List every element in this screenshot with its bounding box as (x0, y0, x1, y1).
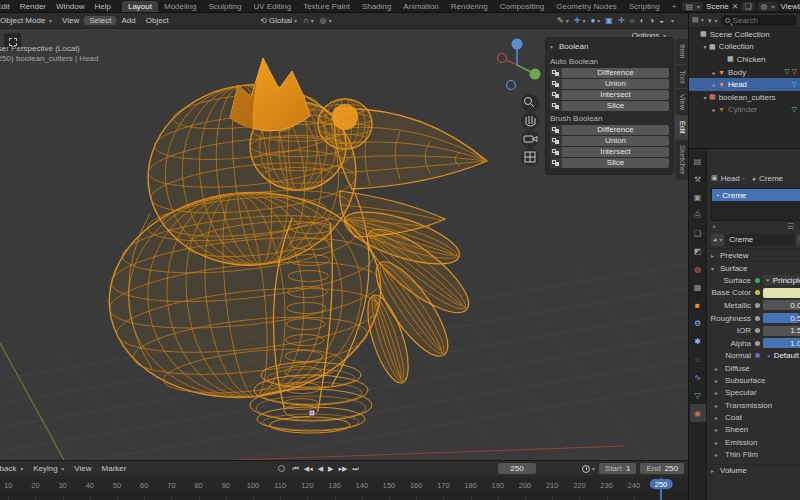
ruler-tick-130[interactable]: 130 (328, 481, 341, 490)
properties-tab-output[interactable]: ⎙ (690, 206, 706, 224)
ruler-tick-220[interactable]: 220 (573, 481, 586, 490)
breadcrumb-object[interactable]: Head (721, 174, 740, 183)
section-subsurface[interactable]: ▸Subsurface (707, 374, 800, 386)
brush-boolean-union-button[interactable]: Union (550, 136, 669, 146)
menu-select[interactable]: Select (84, 16, 116, 25)
play-reverse-button[interactable]: ◀ (316, 465, 324, 473)
breadcrumb-material[interactable]: Creme (759, 174, 783, 183)
workspace-tab-texture-paint[interactable]: Texture Paint (297, 1, 356, 12)
menu-edit[interactable]: Edit (0, 2, 15, 11)
scene-name[interactable]: Scene (706, 2, 729, 11)
auto-boolean-slice-button[interactable]: Slice (550, 101, 669, 111)
npanel-tab-tool[interactable]: Tool (675, 65, 688, 89)
menu-help[interactable]: Help (90, 2, 116, 11)
prev-keyframe-button[interactable]: ◀◂ (302, 465, 314, 473)
gizmo-minus-z-axis[interactable] (507, 81, 516, 90)
search-input[interactable]: Search (721, 15, 797, 26)
next-keyframe-button[interactable]: ▸▶ (337, 465, 349, 473)
chicken-wireframe-model[interactable] (99, 58, 487, 433)
outliner-row-cylinder[interactable]: ▸▼Cylinder▽ (689, 104, 800, 117)
shading-material-button[interactable]: ◑ (649, 16, 654, 25)
workspace-tab-sculpting[interactable]: Sculpting (202, 1, 247, 12)
add-workspace-button[interactable]: + (666, 1, 683, 12)
menu-playback[interactable]: Playback ▾ (0, 464, 28, 473)
navigation-gizmo[interactable] (498, 39, 541, 90)
editor-type-dropdown[interactable]: ▤ (690, 152, 706, 170)
current-frame-indicator[interactable]: 250 (650, 479, 673, 489)
pan-button[interactable] (521, 112, 539, 130)
section-coat[interactable]: ▸Coat (707, 411, 800, 423)
volume-panel-header[interactable]: ▸ Volume (707, 464, 800, 477)
gizmo-toggle[interactable]: ▣ (605, 16, 613, 25)
ior-field[interactable]: 1.50 (763, 326, 800, 336)
snap-target-dropdown[interactable]: ✛▾ (574, 16, 586, 25)
play-button[interactable]: ▶ (327, 465, 335, 473)
surface-panel-header[interactable]: ▾ Surface (707, 261, 800, 274)
properties-tab-particles[interactable]: ✱ (690, 332, 706, 350)
roughness-slider[interactable]: 0.50 (763, 313, 800, 323)
jump-to-end-button[interactable]: ⏭ (351, 465, 360, 473)
ruler-tick-140[interactable]: 140 (356, 481, 369, 490)
menu-object[interactable]: Object (141, 16, 174, 25)
ruler-tick-170[interactable]: 170 (437, 481, 450, 490)
shading-rendered-button[interactable]: ◒ (659, 16, 664, 25)
ruler-tick-150[interactable]: 150 (383, 481, 396, 490)
workspace-tab-scripting[interactable]: Scripting (623, 1, 666, 12)
ruler-tick-160[interactable]: 160 (410, 481, 423, 490)
menu-render[interactable]: Render (15, 2, 51, 11)
npanel-tab-sketcher[interactable]: Sketcher (675, 140, 688, 180)
expand-icon[interactable]: ▾ (701, 43, 709, 50)
gizmo-y-axis[interactable] (530, 69, 541, 80)
ruler-tick-110[interactable]: 110 (274, 481, 286, 490)
proportional-editing-dropdown[interactable]: ◎▾ (320, 16, 332, 25)
brush-boolean-intersect-button[interactable]: Intersect (550, 147, 669, 157)
jump-to-start-button[interactable]: ⏮ (291, 465, 300, 473)
workspace-tab-uv-editing[interactable]: UV Editing (247, 1, 297, 12)
current-frame-field[interactable]: 250 (498, 463, 536, 474)
outliner-row-chicken[interactable]: ▦Chicken (689, 53, 800, 66)
end-frame-field[interactable]: End250 (640, 463, 684, 474)
workspace-tab-modeling[interactable]: Modeling (158, 1, 202, 12)
use-preview-range-toggle[interactable]: ▾ (582, 465, 595, 473)
outliner-row-boolean-cutters[interactable]: ▾▦boolean_cutters (689, 91, 800, 104)
properties-tab-constraints[interactable]: ∿ (690, 368, 706, 386)
expand-icon[interactable]: ▸ (710, 69, 718, 76)
ruler-tick-190[interactable]: 190 (492, 481, 505, 490)
outliner-row-scene-collection[interactable]: ▦Scene Collection (689, 28, 800, 41)
snapping-dropdown[interactable]: ∩▾ (303, 16, 314, 25)
ruler-tick-80[interactable]: 80 (194, 481, 202, 490)
ruler-tick-90[interactable]: 90 (222, 481, 230, 490)
base-color-swatch[interactable] (763, 288, 800, 298)
gizmo-z-axis[interactable] (512, 39, 523, 50)
section-diffuse[interactable]: ▸Diffuse (707, 362, 800, 374)
outliner-row-head[interactable]: ▸▼Head▽ (689, 78, 800, 91)
zoom-button[interactable] (521, 94, 539, 112)
material-slot-item[interactable]: ◔ Creme (712, 189, 800, 201)
fake-user-button[interactable]: ♡ (796, 234, 800, 246)
properties-tab-modifiers[interactable]: ⚙ (690, 314, 706, 332)
tri-green-icon[interactable]: ▽ (792, 106, 797, 114)
workspace-tab-animation[interactable]: Animation (397, 1, 445, 12)
ruler-tick-30[interactable]: 30 (58, 481, 66, 490)
mode-dropdown[interactable]: Object Mode ▾ (0, 16, 57, 25)
section-thin-film[interactable]: ▸Thin Film (707, 448, 800, 460)
ruler-tick-210[interactable]: 210 (546, 481, 559, 490)
section-sheen[interactable]: ▸Sheen (707, 424, 800, 436)
new-scene-button[interactable]: ❏ (741, 2, 754, 11)
expand-icon[interactable]: ▸ (710, 106, 718, 113)
workspace-tab-shading[interactable]: Shading (356, 1, 397, 12)
normal-field[interactable]: ●Default (763, 351, 800, 361)
ruler-tick-70[interactable]: 70 (167, 481, 175, 490)
auto-boolean-intersect-button[interactable]: Intersect (550, 90, 669, 100)
properties-tab-render[interactable]: ▣ (690, 188, 706, 206)
properties-tab-collection[interactable]: ▦ (690, 278, 706, 296)
section-specular[interactable]: ▸Specular (707, 387, 800, 399)
npanel-tab-item[interactable]: Item (675, 39, 688, 64)
properties-tab-physics[interactable]: ◌ (690, 350, 706, 368)
workspace-tab-rendering[interactable]: Rendering (445, 1, 494, 12)
mode-transfer-dropdown[interactable]: ✎▾ (557, 16, 569, 25)
menu-keying[interactable]: Keying ▾ (28, 464, 69, 473)
unpin-icon[interactable]: ✕ (732, 2, 739, 11)
properties-tab-material[interactable]: ◉ (690, 404, 706, 422)
ruler-tick-120[interactable]: 120 (301, 481, 314, 490)
